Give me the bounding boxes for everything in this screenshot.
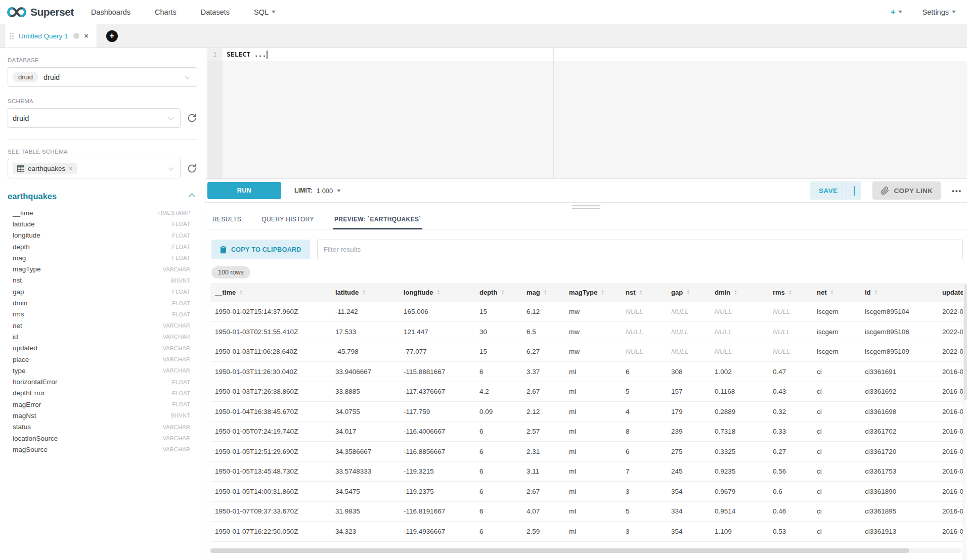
- sort-icon[interactable]: ▲▼: [501, 290, 504, 295]
- column-header-rms[interactable]: rms▲▼: [771, 283, 815, 302]
- column-type: VARCHAR: [163, 356, 190, 362]
- column-header-inner: magType▲▼: [569, 289, 604, 296]
- table-row: 1950-01-05T07:24:19.740Z34.017-116.40066…: [210, 422, 967, 442]
- column-header-dmin[interactable]: dmin▲▼: [713, 283, 771, 302]
- column-header-nst[interactable]: nst▲▼: [624, 283, 669, 302]
- schema-select[interactable]: druid: [8, 108, 181, 128]
- table-chip[interactable]: earthquakes ×: [13, 163, 77, 174]
- column-header-depth[interactable]: depth▲▼: [477, 283, 524, 302]
- sql-editor[interactable]: 1 SELECT ...: [207, 48, 967, 178]
- query-tab-label[interactable]: Untitled Query 1: [19, 32, 68, 40]
- editor-code-area[interactable]: SELECT ...: [223, 48, 967, 178]
- schema-column-row: magFLOAT: [13, 252, 197, 263]
- drag-handle-icon[interactable]: [10, 33, 14, 39]
- column-header-__time[interactable]: __time▲▼: [210, 283, 333, 302]
- column-header-inner: depth▲▼: [479, 289, 504, 296]
- column-header-label: longitude: [404, 289, 433, 296]
- sort-icon[interactable]: ▲▼: [734, 290, 737, 295]
- sort-icon[interactable]: ▲▼: [874, 290, 878, 295]
- database-select[interactable]: druid druid: [8, 67, 197, 87]
- tab-preview-earthquakes[interactable]: PREVIEW: `EARTHQUAKES`: [333, 211, 422, 229]
- column-header-label: mag: [526, 289, 540, 296]
- table-cell: ml: [567, 422, 624, 442]
- column-header-magType[interactable]: magType▲▼: [567, 283, 624, 302]
- collapse-table-icon[interactable]: [189, 193, 195, 200]
- pane-resize-handle[interactable]: [572, 205, 600, 210]
- chevron-down-icon: [185, 73, 190, 79]
- refresh-schemas-button[interactable]: [187, 113, 197, 123]
- table-cell: -45.798: [333, 342, 402, 362]
- sort-icon[interactable]: ▲▼: [686, 290, 690, 295]
- column-header-mag[interactable]: mag▲▼: [524, 283, 567, 302]
- table-cell: 157: [669, 382, 713, 402]
- chevron-down-icon: [337, 190, 341, 192]
- column-header-id[interactable]: id▲▼: [863, 283, 940, 302]
- nav-item-sql[interactable]: SQL: [254, 8, 276, 16]
- table-cell: 1.002: [713, 362, 771, 382]
- save-options-button[interactable]: [847, 186, 861, 195]
- sort-icon[interactable]: ▲▼: [639, 290, 643, 295]
- column-name: id: [13, 333, 18, 341]
- column-header-label: depth: [479, 289, 497, 296]
- table-cell: 34.017: [333, 422, 402, 442]
- superset-brand[interactable]: Superset: [7, 6, 74, 19]
- more-actions-button[interactable]: •••: [952, 187, 962, 195]
- column-header-net[interactable]: net▲▼: [815, 283, 863, 302]
- new-item-button[interactable]: +: [891, 7, 902, 17]
- table-select[interactable]: earthquakes ×: [8, 159, 181, 178]
- sort-icon[interactable]: ▲▼: [362, 290, 366, 295]
- refresh-tables-button[interactable]: [187, 163, 197, 174]
- column-header-inner: gap▲▼: [671, 289, 690, 296]
- nav-item-datasets[interactable]: Datasets: [201, 8, 230, 16]
- table-cell: 2.12: [524, 402, 567, 422]
- copy-link-button[interactable]: COPY LINK: [872, 181, 941, 200]
- run-button[interactable]: RUN: [207, 182, 281, 199]
- table-cell: 239: [669, 422, 713, 442]
- table-section-title[interactable]: earthquakes: [8, 192, 57, 201]
- table-cell: iscgem895104: [863, 302, 940, 322]
- column-header-latitude[interactable]: latitude▲▼: [333, 283, 402, 302]
- vertical-scrollbar[interactable]: [963, 283, 967, 560]
- column-type: VARCHAR: [163, 322, 190, 329]
- remove-table-icon[interactable]: ×: [69, 165, 72, 172]
- settings-menu[interactable]: Settings: [922, 8, 956, 16]
- column-header-longitude[interactable]: longitude▲▼: [402, 283, 477, 302]
- tab-query-history[interactable]: QUERY HISTORY: [260, 211, 315, 229]
- table-cell: ci3361720: [863, 442, 940, 462]
- table-cell: iscgem: [815, 302, 863, 322]
- sort-icon[interactable]: ▲▼: [601, 290, 604, 295]
- column-type: FLOAT: [172, 221, 190, 227]
- close-tab-icon[interactable]: ×: [84, 32, 89, 40]
- column-header-inner: longitude▲▼: [404, 289, 440, 296]
- filter-results-input[interactable]: [317, 240, 963, 259]
- query-state-dot: [73, 33, 79, 39]
- horizontal-scrollbar[interactable]: [210, 548, 962, 553]
- row-count-badge: 100 rows: [211, 266, 250, 278]
- sort-icon[interactable]: ▲▼: [544, 290, 547, 295]
- sort-icon[interactable]: ▲▼: [788, 290, 792, 295]
- table-cell: 6: [477, 482, 524, 502]
- tab-results[interactable]: RESULTS: [211, 211, 242, 229]
- database-label: DATABASE: [8, 57, 197, 63]
- schema-column-row: longitudeFLOAT: [13, 230, 197, 241]
- sort-icon[interactable]: ▲▼: [239, 290, 243, 295]
- sort-icon[interactable]: ▲▼: [437, 290, 441, 295]
- table-row: 1950-01-07T16:22:50.050Z34.323-119.49366…: [210, 522, 967, 542]
- copy-to-clipboard-button[interactable]: COPY TO CLIPBOARD: [211, 240, 310, 259]
- chevron-down-icon: [168, 165, 173, 170]
- table-cell: 2.67: [524, 382, 567, 402]
- brand-name: Superset: [30, 6, 74, 18]
- column-header-gap[interactable]: gap▲▼: [669, 283, 713, 302]
- save-button[interactable]: SAVE: [810, 187, 847, 195]
- sort-icon[interactable]: ▲▼: [830, 290, 834, 295]
- add-tab-button[interactable]: +: [106, 30, 118, 42]
- column-type: FLOAT: [172, 379, 190, 385]
- editor-toolbar: RUN LIMIT: 1 000 SAVE: [205, 178, 967, 203]
- table-row: 1950-01-03T11:26:30.040Z33.9406667-115.8…: [210, 362, 967, 382]
- limit-dropdown[interactable]: LIMIT: 1 000: [294, 187, 341, 195]
- query-tab-active[interactable]: Untitled Query 1 ×: [4, 24, 97, 48]
- table-cell: NULL: [624, 302, 669, 322]
- nav-item-charts[interactable]: Charts: [155, 8, 177, 16]
- table-cell: 334: [669, 501, 713, 522]
- nav-item-dashboards[interactable]: Dashboards: [91, 8, 130, 16]
